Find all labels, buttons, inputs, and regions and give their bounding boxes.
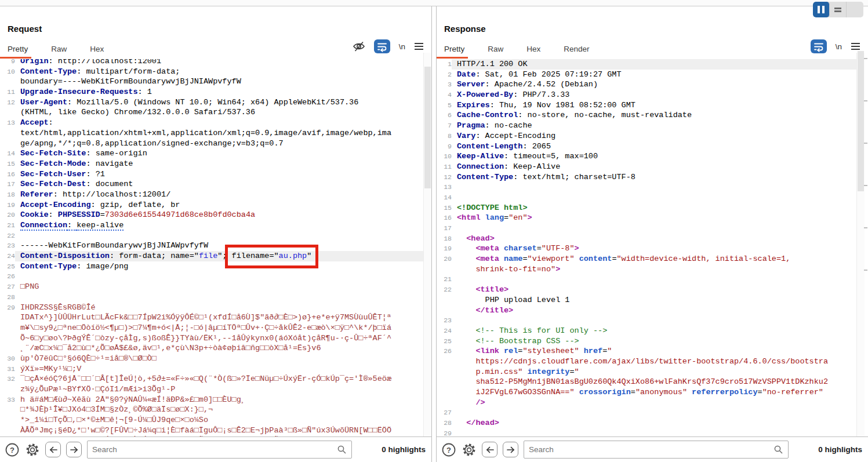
code-line: 9Origin: http://localhost:12001 <box>0 59 423 67</box>
line-content: X-Powered-By: PHP/7.3.33 <box>452 90 860 100</box>
line-number <box>0 425 15 436</box>
line-number <box>437 387 452 398</box>
request-scrollbar-thumb[interactable] <box>424 67 431 188</box>
line-number <box>0 384 15 395</box>
newline-icon[interactable]: \n <box>836 42 842 51</box>
code-line: 25Content-Type: image/png <box>0 261 423 272</box>
code-line: 1HTTP/1.1 200 OK <box>437 59 860 70</box>
search-input[interactable] <box>92 445 337 454</box>
code-line: z¾ÿ¿ÕuPæ¹~BYfXÖ·□ÇóI1/mÆi>i3Õg¹-P <box>0 384 423 395</box>
settings-gear-icon[interactable] <box>25 442 40 457</box>
line-content: <!-- This is for UI only --> <box>452 326 860 336</box>
line-content: IHDRZSS§ÊsRGB©Îé <box>15 303 423 313</box>
code-line: 11Upgrade-Insecure-Requests: 1 <box>0 87 423 97</box>
line-number: 13 <box>0 118 15 128</box>
settings-gear-icon[interactable] <box>462 442 477 457</box>
next-match-button[interactable] <box>66 442 82 457</box>
line-number: 20 <box>437 254 452 264</box>
help-icon[interactable]: ? <box>441 442 456 457</box>
soft-wrap-icon[interactable] <box>811 39 827 53</box>
code-line: 13 <box>437 182 860 192</box>
response-code-area[interactable]: 1HTTP/1.1 200 OK2Date: Sat, 01 Feb 2025 … <box>437 59 860 436</box>
line-content <box>452 428 860 436</box>
tab-hex[interactable]: Hex <box>526 45 540 53</box>
code-line: 29IHDRZSS§ÊsRGB©Îé <box>0 303 423 313</box>
rows-layout-button[interactable] <box>830 2 847 17</box>
line-number: 4 <box>437 90 452 100</box>
active-tab-underline <box>437 57 468 59</box>
line-number: 16 <box>0 169 15 180</box>
previous-match-button[interactable] <box>482 442 497 457</box>
line-number: 33 <box>0 395 15 405</box>
line-content: Sec-Fetch-Mode: navigate <box>15 159 423 169</box>
tab-pretty[interactable]: Pretty <box>8 45 28 53</box>
menu-icon[interactable] <box>414 42 424 51</box>
code-line: sha512-P5MgMn1jBN01asBgU0z60Qk4QxiXo86+w… <box>437 377 860 387</box>
code-line: 24Content-Disposition: form-data; name="… <box>0 251 423 261</box>
tab-pretty[interactable]: Pretty <box>444 45 464 53</box>
line-content: Cookie: PHPSESSID=7303d6e615544971d68ce8… <box>15 210 423 220</box>
help-icon[interactable]: ? <box>5 442 20 457</box>
line-content: </head> <box>452 418 860 428</box>
line-content: </title> <box>452 305 860 316</box>
code-line: 17Sec-Fetch-Dest: document <box>0 179 423 190</box>
menu-icon[interactable] <box>851 42 860 51</box>
search-field-wrapper <box>87 441 352 459</box>
line-content: <meta charset="UTF-8"> <box>452 243 860 254</box>
line-number <box>437 367 452 377</box>
newline-icon[interactable]: \n <box>399 42 405 51</box>
tab-hex[interactable]: Hex <box>90 45 104 53</box>
line-number: 5 <box>437 100 452 111</box>
code-line: 19Accept-Encoding: gzip, deflate, br <box>0 200 423 210</box>
line-content: (KHTML, like Gecko) Chrome/132.0.0.0 Saf… <box>15 107 423 118</box>
line-content: <link rel="stylesheet" href=" <box>452 346 860 356</box>
request-tabs: PrettyRawHex <box>8 45 104 53</box>
tab-raw[interactable]: Raw <box>51 45 67 53</box>
code-line: ÀÂÕªJmç¡§éD¿*□'w□©?[FÛV□÷Já¼q□i¦È□fàá□Ïg… <box>0 425 423 436</box>
line-number <box>437 295 452 305</box>
code-line: https://cdnjs.cloudflare.com/ajax/libs/t… <box>437 356 860 367</box>
line-content: /> <box>452 398 860 408</box>
code-line: PHP upload Level 1 <box>437 295 860 305</box>
soft-wrap-icon[interactable] <box>374 39 390 53</box>
code-line: 31ýXï»=MKy¹¼□;V <box>0 364 423 374</box>
request-panel-title: Request <box>8 24 42 34</box>
line-content: <!-- Bootstrap CSS --> <box>452 336 860 347</box>
search-input[interactable] <box>529 445 773 454</box>
columns-layout-button[interactable] <box>813 2 830 17</box>
next-match-button[interactable] <box>503 442 518 457</box>
code-line: text/html,application/xhtml+xml,applicat… <box>0 128 423 139</box>
line-number: 3 <box>437 79 452 90</box>
tab-render[interactable]: Render <box>564 45 589 53</box>
code-line: 20Cookie: PHPSESSID=7303d6e615544971d68c… <box>0 210 423 220</box>
tab-raw[interactable]: Raw <box>488 45 503 53</box>
line-number: 9 <box>437 141 452 152</box>
line-content: m¥\□sy9¿□ªne□Öòíö½<¶µ□)>□7¼¶m+ó<|Å;¦-□ó|… <box>15 323 423 333</box>
line-content: □*¾JÈþ¹Î¥□JXó4□3ÍM□§zÒz¸©Õ%Ø□äÏs□ø□X:}□,… <box>15 405 423 415</box>
line-content: Sec-Fetch-Dest: document <box>15 179 423 190</box>
line-content: <head> <box>452 234 860 244</box>
svg-text:?: ? <box>10 446 14 454</box>
active-tab-underline <box>0 57 31 59</box>
single-layout-button[interactable] <box>847 2 863 17</box>
line-content: ÀÂÕªJmç¡§éD¿*□'w□©?[FÛV□÷Já¼q□i¦È□fàá□Ïg… <box>15 425 423 436</box>
line-number <box>437 356 452 367</box>
edge-marker <box>864 100 867 101</box>
line-content <box>15 292 423 303</box>
line-content: p.min.css" integrity=" <box>452 367 860 377</box>
line-content: Pragma: no-cache <box>452 121 860 131</box>
line-content: https://cdnjs.cloudflare.com/ajax/libs/t… <box>452 356 860 367</box>
response-editor-icons: \n <box>811 38 860 54</box>
request-code-area[interactable]: 9Origin: http://localhost:1200110Content… <box>0 59 423 436</box>
line-number: 24 <box>437 326 452 336</box>
line-content: □PNG <box>15 282 423 292</box>
eye-off-icon[interactable] <box>353 40 365 53</box>
response-scrollbar-thumb[interactable] <box>858 51 864 191</box>
line-number: 29 <box>0 303 15 313</box>
previous-match-button[interactable] <box>45 442 61 457</box>
line-content: <meta name="viewport" content="width=dev… <box>452 254 860 264</box>
line-number: 25 <box>437 336 452 347</box>
response-scrollbar <box>856 53 865 436</box>
code-line: 29 <box>437 428 860 436</box>
line-content: Cache-Control: no-store, no-cache, must-… <box>452 110 860 121</box>
